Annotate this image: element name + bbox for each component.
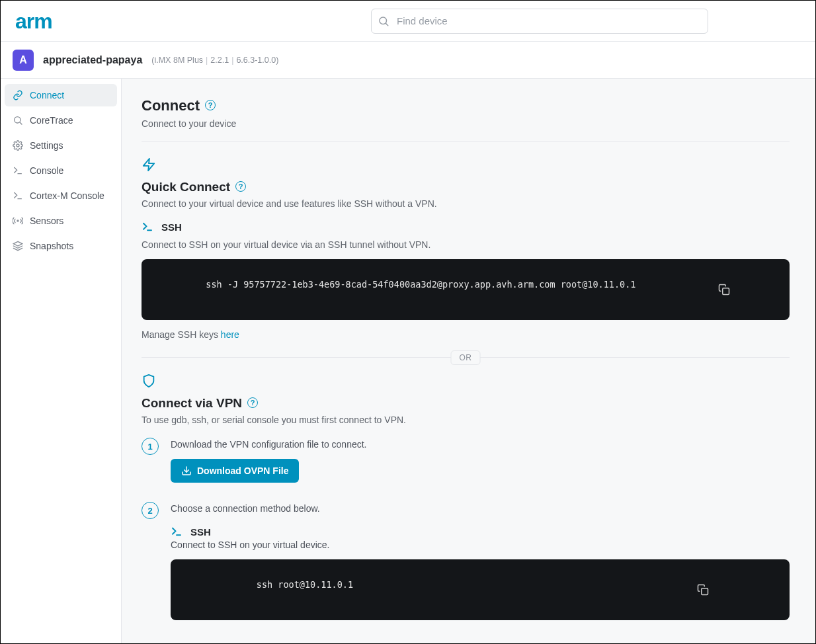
device-name[interactable]: appreciated-papaya	[43, 54, 142, 66]
quick-connect-subtitle: Connect to your virtual device and use f…	[142, 198, 790, 209]
manage-ssh-keys-link[interactable]: here	[221, 329, 239, 340]
terminal-icon	[142, 221, 153, 233]
sidebar-item-snapshots[interactable]: Snapshots	[5, 235, 117, 257]
sidebar-item-label: Snapshots	[30, 241, 73, 251]
main-panel: Connect ? Connect to your device Quick C…	[122, 79, 815, 643]
step-1-text: Download the VPN configuration file to c…	[171, 439, 790, 450]
vpn-title: Connect via VPN ?	[142, 396, 790, 411]
vpn-ssh-command: ssh root@10.11.0.1	[171, 559, 790, 620]
step-2-text: Choose a connection method below.	[171, 503, 790, 514]
magnifier-icon	[13, 115, 23, 126]
page-title: Connect ?	[142, 97, 790, 114]
vpn-step-1: 1 Download the VPN configuration file to…	[142, 437, 790, 483]
svg-rect-11	[723, 288, 729, 295]
page-subtitle: Connect to your device	[142, 118, 790, 129]
svg-marker-8	[13, 241, 22, 246]
svg-line-1	[386, 23, 388, 25]
sidebar-item-settings[interactable]: Settings	[5, 134, 117, 157]
ssh-heading: SSH	[142, 221, 790, 233]
search-icon	[378, 15, 389, 27]
terminal-icon	[13, 165, 23, 176]
sidebar-item-cortexm-console[interactable]: Cortex-M Console	[5, 184, 117, 207]
link-icon	[13, 90, 23, 101]
search-input[interactable]	[371, 9, 708, 34]
ssh-desc: Connect to SSH on your virtual device vi…	[142, 239, 790, 250]
quick-connect-title: Quick Connect ?	[142, 180, 790, 194]
device-header: A appreciated-papaya (i.MX 8M Plus|2.2.1…	[1, 42, 815, 79]
shield-icon	[142, 374, 790, 388]
sidebar-item-label: Settings	[30, 140, 63, 151]
ssh-label: SSH	[161, 221, 182, 233]
sidebar-item-label: Cortex-M Console	[30, 190, 104, 201]
or-divider: OR	[142, 357, 790, 358]
ssh-tunnel-command: ssh -J 95757722-1eb3-4e69-8cad-54f0400aa…	[142, 259, 790, 320]
manage-ssh-keys: Manage SSH keys here	[142, 329, 790, 340]
terminal-icon	[171, 526, 183, 538]
copy-icon[interactable]	[697, 563, 783, 617]
or-label: OR	[451, 350, 481, 365]
svg-marker-9	[143, 159, 155, 171]
download-ovpn-button[interactable]: Download OVPN File	[171, 459, 299, 483]
vpn-step-2: 2 Choose a connection method below. SSH …	[142, 501, 790, 620]
sidebar-item-label: Sensors	[30, 216, 63, 226]
vpn-ssh-label: SSH	[190, 526, 211, 538]
search-wrapper	[371, 9, 708, 34]
device-meta: (i.MX 8M Plus|2.2.1|6.6.3-1.0.0)	[151, 56, 278, 65]
sidebar-item-label: CoreTrace	[30, 115, 73, 126]
brand-logo[interactable]: arm	[15, 11, 52, 32]
help-icon[interactable]: ?	[235, 181, 246, 192]
copy-icon[interactable]	[718, 262, 783, 317]
sidebar-item-coretrace[interactable]: CoreTrace	[5, 109, 117, 132]
sidebar-item-label: Connect	[30, 90, 64, 101]
svg-line-3	[20, 122, 22, 124]
gear-icon	[13, 140, 23, 151]
help-icon[interactable]: ?	[205, 100, 216, 110]
top-bar: arm	[1, 1, 815, 42]
sidebar-item-sensors[interactable]: Sensors	[5, 210, 117, 232]
terminal-icon	[13, 190, 23, 201]
help-icon[interactable]: ?	[247, 397, 258, 408]
vpn-ssh-desc: Connect to SSH on your virtual device.	[171, 540, 790, 550]
stack-icon	[13, 241, 23, 251]
sidebar: Connect CoreTrace Settings Console	[1, 79, 122, 643]
sidebar-item-label: Console	[30, 165, 63, 176]
sidebar-item-console[interactable]: Console	[5, 159, 117, 182]
step-number-2: 2	[142, 502, 159, 519]
svg-point-4	[17, 144, 19, 147]
download-icon	[181, 465, 192, 476]
bolt-icon	[142, 157, 790, 172]
sidebar-item-connect[interactable]: Connect	[5, 84, 117, 106]
step-number-1: 1	[142, 438, 159, 455]
device-avatar: A	[13, 50, 34, 71]
signal-icon	[13, 216, 23, 226]
svg-point-7	[17, 220, 19, 221]
vpn-subtitle: To use gdb, ssh, or serial console you m…	[142, 415, 790, 425]
divider	[142, 141, 790, 141]
svg-rect-14	[702, 588, 708, 595]
vpn-ssh-heading: SSH	[171, 526, 790, 538]
download-button-label: Download OVPN File	[197, 465, 288, 476]
